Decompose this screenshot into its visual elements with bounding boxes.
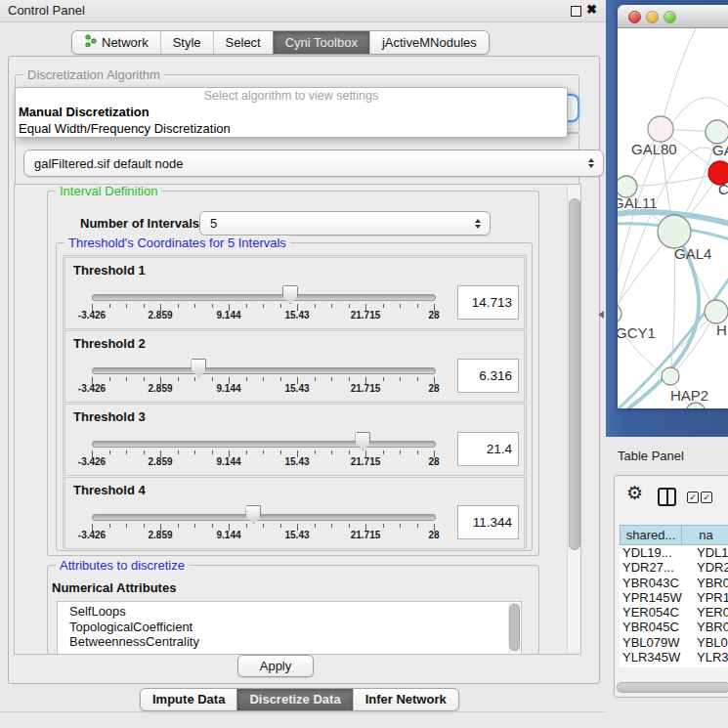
- gear-icon[interactable]: ⚙: [626, 482, 643, 504]
- number-of-intervals-combobox[interactable]: 5: [199, 211, 491, 236]
- slider-thumb[interactable]: [282, 285, 298, 304]
- table-data-combobox[interactable]: galFiltered.sif default node: [23, 150, 604, 177]
- tab-jactivemnodules[interactable]: jActiveMNodules: [369, 31, 489, 54]
- mac-zoom-icon[interactable]: [664, 11, 676, 23]
- attribute-item[interactable]: TopologicalCoefficient: [58, 620, 521, 635]
- algorithm-option-equal-width-frequency-discretization[interactable]: Equal Width/Frequency Discretization: [16, 120, 567, 137]
- slider-tick: [126, 450, 127, 454]
- threshold-value-field[interactable]: 11.344: [457, 505, 519, 539]
- control-panel-titlebar: Control Panel ✖: [0, 0, 606, 22]
- float-panel-icon[interactable]: [571, 6, 581, 17]
- slider-track[interactable]: [92, 514, 436, 521]
- columns-icon[interactable]: [658, 488, 676, 506]
- network-edge[interactable]: [627, 237, 699, 408]
- network-node-gal80[interactable]: [648, 116, 673, 142]
- slider-tick: [212, 450, 213, 454]
- threshold-value-field[interactable]: 6.316: [457, 359, 519, 393]
- table-row[interactable]: YIL052CYIL0: [620, 664, 728, 667]
- number-of-intervals-value: 5: [210, 216, 217, 231]
- mac-minimize-icon[interactable]: [646, 11, 659, 23]
- tab-cyni-toolbox[interactable]: Cyni Toolbox: [273, 31, 369, 54]
- slider-tick: [349, 304, 350, 308]
- slider-tick: [417, 450, 418, 454]
- algorithm-dropdown-popup: Select algorithm to view settings Manual…: [15, 87, 568, 138]
- discretization-algorithm-group-title: Discretization Algorithm: [23, 67, 164, 82]
- table-row[interactable]: YBL079WYBL0: [620, 635, 728, 650]
- attribute-item[interactable]: BetweennessCentrality: [58, 634, 521, 650]
- node-table-header: shared... na: [620, 525, 728, 545]
- numerical-attributes-list[interactable]: SelfLoopsTopologicalCoefficientBetweenne…: [57, 601, 522, 655]
- network-edge[interactable]: [626, 173, 720, 187]
- table-cell-shared-name: YIL052C: [620, 664, 694, 667]
- table-row[interactable]: YBR045CYBR0: [620, 620, 728, 634]
- slider-tick: [212, 524, 213, 528]
- network-edge[interactable]: [661, 28, 696, 129]
- interval-definition-group: Interval Definition Number of Intervals …: [47, 191, 539, 556]
- bottom-tab-impute-data[interactable]: Impute Data: [141, 689, 236, 710]
- slider-tick: [263, 450, 264, 454]
- network-node-h[interactable]: [705, 300, 728, 323]
- table-row[interactable]: YDL19...YDL1: [620, 545, 728, 560]
- slider-tick: [400, 377, 401, 381]
- table-row[interactable]: YPR145WYPR1: [620, 590, 728, 605]
- table-cell-shared-name: YDL19...: [620, 545, 694, 560]
- network-graph: GAL80GACGAL11GAL4GCY1HHAP2: [618, 28, 728, 408]
- slider-thumb[interactable]: [355, 432, 370, 450]
- splitpane-collapse-arrow[interactable]: [598, 311, 604, 319]
- slider-tick-label: 9.144: [216, 530, 240, 540]
- network-node-gcy1[interactable]: [618, 304, 621, 323]
- tab-label: jActiveMNodules: [382, 31, 477, 54]
- table-scrollbar-thumb[interactable]: [617, 682, 728, 693]
- slider-tick: [246, 304, 247, 308]
- attribute-item[interactable]: SelfLoops: [58, 604, 521, 620]
- bottom-tab-infer-network[interactable]: Infer Network: [353, 689, 458, 710]
- slider-track[interactable]: [92, 367, 436, 374]
- tab-style[interactable]: Style: [160, 31, 213, 54]
- slider-tick: [126, 377, 127, 381]
- slider-tick-label: 9.144: [216, 310, 240, 321]
- mac-close-icon[interactable]: [628, 11, 641, 23]
- network-node-hap2[interactable]: [662, 367, 679, 385]
- threshold-value-field[interactable]: 14.713: [457, 285, 519, 320]
- threshold-value-field[interactable]: 21.4: [457, 432, 519, 466]
- slider-thumb[interactable]: [245, 505, 261, 524]
- panel-scrollbar-thumb[interactable]: [569, 198, 580, 550]
- slider-tick: [144, 304, 145, 308]
- slider-track[interactable]: [92, 294, 436, 301]
- network-node-ga[interactable]: [706, 120, 728, 144]
- attributes-scrollbar-thumb[interactable]: [509, 604, 520, 651]
- node-table[interactable]: shared... na YDL19...YDL1YDR27...YDR2YBR…: [620, 525, 728, 667]
- bottom-tab-discretize-data[interactable]: Discretize Data: [236, 689, 352, 710]
- threshold-slider-row: Threshold 1-3.4262.8599.14415.4321.71528…: [64, 257, 525, 329]
- network-edge[interactable]: [618, 314, 670, 376]
- network-node-label: C: [718, 181, 728, 197]
- tab-network[interactable]: Network: [72, 31, 160, 54]
- algorithm-placeholder-option[interactable]: Select algorithm to view settings: [16, 88, 567, 104]
- network-window-titlebar[interactable]: [618, 5, 728, 28]
- slider-track[interactable]: [92, 441, 436, 448]
- bottom-tab-label: Discretize Data: [249, 689, 340, 710]
- table-row[interactable]: YBR043CYBR0: [620, 576, 728, 590]
- close-panel-icon[interactable]: ✖: [586, 2, 597, 17]
- table-cell-name: YER0: [694, 605, 728, 620]
- column-header-shared-name[interactable]: shared...: [620, 525, 682, 545]
- table-row[interactable]: YLR345WYLR3: [620, 650, 728, 664]
- network-canvas[interactable]: GAL80GACGAL11GAL4GCY1HHAP2: [618, 28, 728, 408]
- tab-select[interactable]: Select: [213, 31, 273, 54]
- algorithm-option-manual-discretization[interactable]: Manual Discretization: [16, 104, 567, 120]
- slider-thumb[interactable]: [191, 359, 206, 377]
- apply-button[interactable]: Apply: [237, 655, 314, 677]
- network-node-gal4[interactable]: [658, 215, 691, 248]
- checkbox-icon[interactable]: ✓: [701, 492, 712, 503]
- column-header-name[interactable]: na: [682, 525, 728, 545]
- slider-tick: [246, 524, 247, 528]
- tab-label: Cyni Toolbox: [285, 31, 358, 54]
- slider-tick-label: 21.715: [351, 310, 381, 321]
- table-cell-shared-name: YBL079W: [620, 635, 694, 650]
- network-node-label: H: [716, 321, 727, 338]
- table-row[interactable]: YDR27...YDR2: [620, 560, 728, 575]
- table-row[interactable]: YER054CYER0: [620, 605, 728, 620]
- table-cell-name: YIL0: [694, 664, 728, 667]
- checkbox-icon[interactable]: ✓: [687, 492, 699, 503]
- slider-tick: [383, 304, 384, 308]
